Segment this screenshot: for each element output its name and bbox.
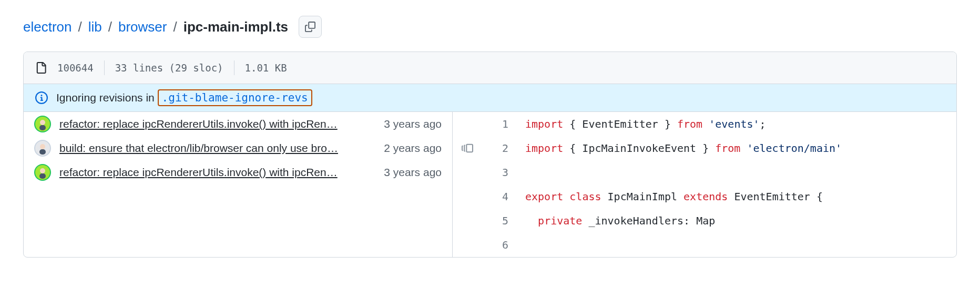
breadcrumb-link[interactable]: browser <box>118 19 167 35</box>
blame-reblame-column <box>453 112 482 257</box>
flash-text: Ignoring revisions in .git-blame-ignore-… <box>56 91 312 104</box>
divider <box>104 60 105 75</box>
blame-row: refactor: replace ipcRendererUtils.invok… <box>24 112 452 136</box>
blame-row: refactor: replace ipcRendererUtils.invok… <box>24 160 452 184</box>
avatar[interactable] <box>34 140 51 157</box>
svg-point-6 <box>40 144 45 149</box>
breadcrumb: electron / lib / browser / ipc-main-impl… <box>23 16 957 38</box>
commit-age: 3 years ago <box>384 166 442 179</box>
copy-path-button[interactable] <box>299 16 322 38</box>
commit-message-link[interactable]: refactor: replace ipcRendererUtils.invok… <box>59 166 375 179</box>
code-lines: import { EventEmitter } from 'events';im… <box>518 112 956 257</box>
reblame-cell <box>453 136 482 160</box>
code-line <box>518 160 956 184</box>
line-number[interactable]: 6 <box>482 233 518 257</box>
breadcrumb-link[interactable]: lib <box>88 19 102 35</box>
breadcrumb-sep: / <box>173 19 177 35</box>
code-line: import { EventEmitter } from 'events'; <box>518 112 956 136</box>
commit-age: 2 years ago <box>384 142 442 155</box>
line-number[interactable]: 4 <box>482 184 518 209</box>
commit-age: 3 years ago <box>384 118 442 130</box>
avatar[interactable] <box>34 116 51 132</box>
ignore-revs-link[interactable]: .git-blame-ignore-revs <box>158 89 312 106</box>
code-line: export class IpcMainImpl extends EventEm… <box>518 184 956 209</box>
file-icon <box>35 62 47 74</box>
blame-body: refactor: replace ipcRendererUtils.invok… <box>24 112 956 257</box>
code-line <box>518 233 956 257</box>
file-header: 100644 33 lines (29 sloc) 1.01 KB <box>24 52 956 84</box>
reblame-cell <box>453 233 482 257</box>
line-number[interactable]: 1 <box>482 112 518 136</box>
reblame-cell <box>453 209 482 233</box>
svg-rect-7 <box>39 149 46 155</box>
copy-icon <box>305 22 315 32</box>
code-line: private _invokeHandlers: Map <box>518 209 956 233</box>
file-box: 100644 33 lines (29 sloc) 1.01 KB Ignori… <box>23 52 957 258</box>
file-lines: 33 lines (29 sloc) <box>115 62 223 74</box>
reblame-cell <box>453 112 482 136</box>
line-number[interactable]: 5 <box>482 209 518 233</box>
breadcrumb-final: ipc-main-impl.ts <box>183 19 288 35</box>
versions-icon[interactable] <box>462 142 473 154</box>
commit-message-link[interactable]: refactor: replace ipcRendererUtils.invok… <box>59 118 375 130</box>
divider <box>234 60 234 75</box>
line-number[interactable]: 2 <box>482 136 518 160</box>
ignore-revs-flash: Ignoring revisions in .git-blame-ignore-… <box>24 84 956 112</box>
svg-point-10 <box>40 168 45 173</box>
commit-message-link[interactable]: build: ensure that electron/lib/browser … <box>59 142 375 155</box>
code-line: import { IpcMainInvokeEvent } from 'elec… <box>518 136 956 160</box>
line-numbers: 123456 <box>482 112 518 257</box>
line-number[interactable]: 3 <box>482 160 518 184</box>
blame-code-column: 123456 import { EventEmitter } from 'eve… <box>482 112 956 257</box>
svg-rect-11 <box>39 173 46 179</box>
breadcrumb-sep: / <box>78 19 82 35</box>
info-icon <box>35 91 48 104</box>
avatar[interactable] <box>34 164 51 181</box>
reblame-cell <box>453 184 482 209</box>
file-size: 1.01 KB <box>245 62 287 74</box>
breadcrumb-link[interactable]: electron <box>23 19 72 35</box>
reblame-cell <box>453 160 482 184</box>
svg-rect-3 <box>39 125 46 130</box>
file-mode: 100644 <box>57 62 94 74</box>
breadcrumb-sep: / <box>108 19 112 35</box>
blame-row: build: ensure that electron/lib/browser … <box>24 136 452 160</box>
svg-point-2 <box>40 120 45 125</box>
blame-commits-column: refactor: replace ipcRendererUtils.invok… <box>24 112 453 257</box>
